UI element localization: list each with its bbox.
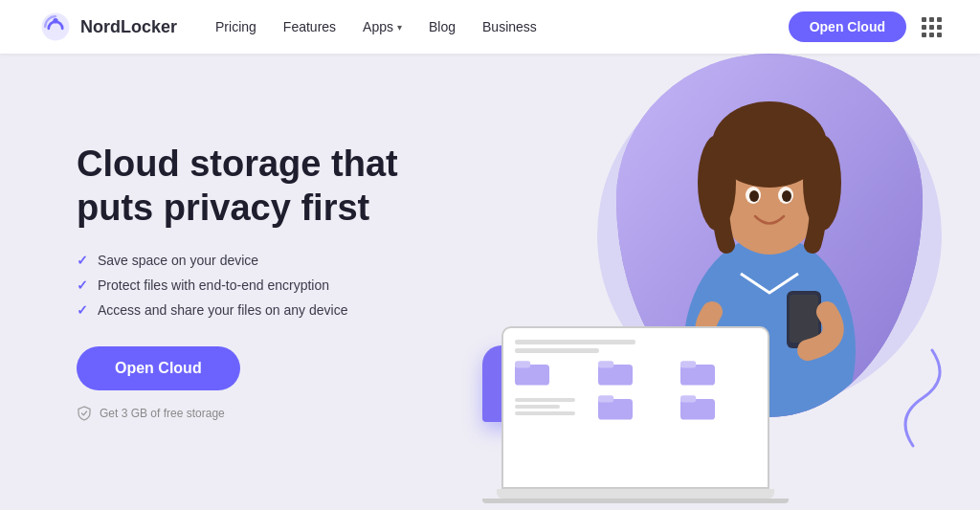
- folder-icon: [680, 359, 715, 386]
- hero-features-list: ✓ Save space on your device ✓ Protect fi…: [77, 253, 479, 318]
- folder-icon: [515, 359, 549, 386]
- svg-rect-13: [790, 295, 818, 343]
- brand-logo[interactable]: NordLocker: [38, 10, 177, 44]
- free-storage-note: Get 3 GB of free storage: [77, 406, 479, 421]
- hero-open-cloud-button[interactable]: Open Cloud: [77, 346, 240, 390]
- nav-links: Pricing Features Apps ▾ Blog Business: [215, 19, 789, 34]
- navbar-right: Open Cloud: [789, 11, 942, 42]
- feature-item-1: ✓ Save space on your device: [77, 253, 479, 268]
- hero-section: Cloud storage that puts privacy first ✓ …: [0, 54, 980, 510]
- hero-content: Cloud storage that puts privacy first ✓ …: [77, 143, 479, 421]
- grid-dot: [929, 17, 934, 22]
- folder-icon: [680, 393, 715, 420]
- feature-item-2: ✓ Protect files with end-to-end encrypti…: [77, 277, 479, 293]
- nav-apps[interactable]: Apps ▾: [363, 19, 402, 34]
- nav-blog[interactable]: Blog: [429, 19, 456, 34]
- svg-point-10: [749, 190, 759, 202]
- checkmark-icon-2: ✓: [77, 277, 88, 293]
- feature-item-3: ✓ Access and share your files on any dev…: [77, 302, 479, 318]
- svg-rect-26: [680, 395, 696, 402]
- folder-grid: [515, 359, 756, 420]
- laptop-screen: [501, 326, 769, 489]
- svg-point-11: [782, 190, 791, 202]
- svg-rect-20: [598, 361, 613, 367]
- folder-icon: [598, 359, 633, 386]
- nav-business[interactable]: Business: [482, 19, 537, 34]
- hero-title: Cloud storage that puts privacy first: [77, 143, 479, 230]
- apps-chevron-icon: ▾: [397, 22, 402, 33]
- grid-dot: [937, 33, 942, 37]
- grid-dot: [937, 25, 942, 30]
- file-line: [515, 340, 635, 344]
- swirl-decoration: [875, 341, 951, 455]
- grid-dot: [922, 17, 926, 22]
- brand-name: NordLocker: [80, 17, 177, 37]
- navbar: NordLocker Pricing Features Apps ▾ Blog …: [0, 0, 980, 54]
- shield-icon: [77, 406, 92, 421]
- grid-dot: [929, 25, 934, 30]
- apps-grid-icon[interactable]: [922, 17, 942, 37]
- checkmark-icon-3: ✓: [77, 302, 88, 318]
- file-line: [515, 348, 599, 353]
- checkmark-icon-1: ✓: [77, 253, 88, 268]
- grid-dot: [929, 33, 934, 37]
- svg-rect-18: [515, 361, 530, 367]
- grid-dot: [922, 33, 926, 37]
- file-lines-small: [515, 393, 590, 420]
- svg-point-0: [53, 18, 57, 23]
- svg-rect-22: [680, 361, 696, 367]
- laptop-foot: [482, 499, 789, 503]
- laptop-base: [497, 489, 774, 499]
- folder-icon: [598, 393, 633, 420]
- svg-rect-24: [598, 395, 613, 402]
- laptop-illustration: [501, 326, 789, 503]
- file-lines: [515, 340, 756, 353]
- grid-dot: [922, 25, 926, 30]
- navbar-open-cloud-button[interactable]: Open Cloud: [789, 11, 906, 42]
- nav-features[interactable]: Features: [283, 19, 336, 34]
- hero-illustration: [444, 54, 980, 510]
- nav-pricing[interactable]: Pricing: [215, 19, 256, 34]
- grid-dot: [937, 17, 942, 22]
